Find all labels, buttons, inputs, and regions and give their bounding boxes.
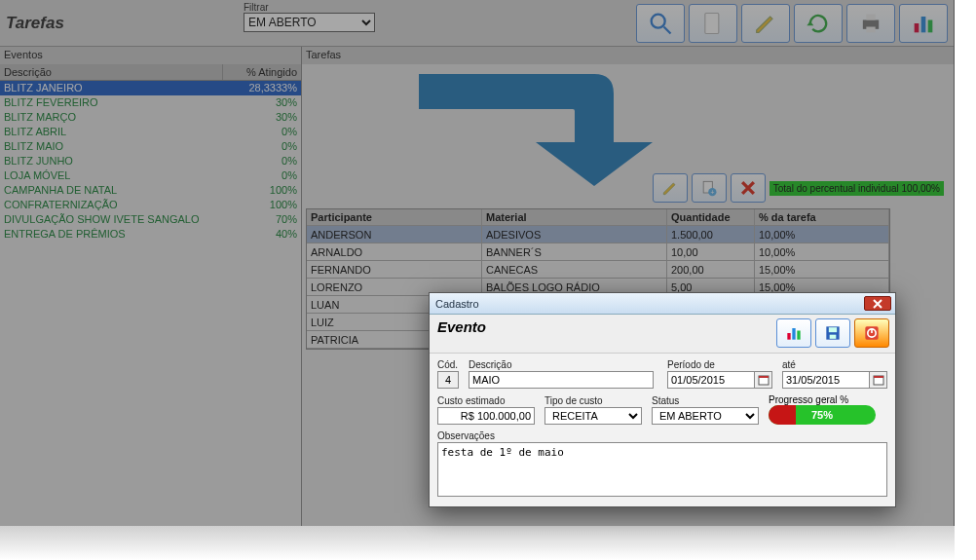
dialog-chart-button[interactable] — [776, 318, 811, 348]
total-badge: Total do percentual individual 100,00% — [770, 181, 944, 196]
svg-text:+: + — [710, 189, 714, 196]
events-list[interactable]: BLITZ JANEIRO28,3333%BLITZ FEVEREIRO30%B… — [0, 81, 301, 526]
calendar-icon[interactable] — [755, 371, 772, 389]
task-copy-button[interactable]: + — [692, 173, 727, 203]
event-desc: CONFRATERNIZAÇÃO — [0, 198, 223, 212]
svg-rect-14 — [792, 328, 795, 340]
svg-rect-6 — [866, 27, 875, 33]
refresh-button[interactable] — [794, 4, 843, 43]
event-desc: BLITZ JANEIRO — [0, 81, 223, 95]
col-quantidade[interactable]: Quantidade — [667, 209, 755, 226]
event-desc: CAMPANHA DE NATAL — [0, 183, 223, 198]
chart-button[interactable] — [899, 4, 948, 43]
pencil-icon — [660, 178, 680, 198]
periodo-de-input[interactable] — [667, 371, 755, 389]
bar-chart-icon — [910, 10, 937, 37]
cell-material: CANECAS — [482, 261, 667, 279]
obs-textarea[interactable]: festa de 1º de maio — [437, 442, 887, 497]
cell-participante: FERNANDO — [307, 261, 482, 279]
event-row[interactable]: BLITZ MARÇO30% — [0, 110, 301, 125]
table-row[interactable]: ARNALDOBANNER´S10,0010,00% — [307, 243, 889, 261]
cell-material: ADESIVOS — [482, 226, 667, 243]
event-pct: 0% — [223, 139, 301, 154]
event-desc: BLITZ JUNHO — [0, 154, 223, 168]
edit-button[interactable] — [741, 4, 790, 43]
event-row[interactable]: BLITZ ABRIL0% — [0, 125, 301, 139]
events-col-descricao[interactable]: Descrição — [0, 64, 223, 80]
print-button[interactable] — [846, 4, 895, 43]
printer-icon — [857, 10, 884, 37]
col-participante[interactable]: Participante — [307, 209, 482, 226]
table-row[interactable]: FERNANDOCANECAS200,0015,00% — [307, 261, 889, 279]
svg-rect-7 — [915, 23, 920, 32]
section-row: Eventos Tarefas — [0, 47, 954, 64]
tipo-label: Tipo de custo — [544, 395, 642, 406]
dialog-save-button[interactable] — [815, 318, 850, 348]
field-progresso: Progresso geral % 75% — [769, 394, 876, 425]
tasks-toolbar: + Total do percentual individual 100,00% — [653, 173, 944, 203]
event-row[interactable]: BLITZ JANEIRO28,3333% — [0, 81, 301, 95]
field-observacoes: Observações festa de 1º de maio — [437, 430, 887, 497]
floppy-icon — [823, 323, 843, 343]
dialog-toolbar — [776, 318, 889, 348]
field-ate: até — [782, 359, 887, 389]
dialog-close-button[interactable] — [864, 296, 891, 311]
svg-rect-25 — [874, 376, 883, 378]
task-edit-button[interactable] — [653, 173, 688, 203]
svg-rect-23 — [759, 376, 769, 378]
event-row[interactable]: BLITZ MAIO0% — [0, 139, 301, 154]
svg-rect-8 — [921, 17, 926, 32]
col-material[interactable]: Material — [482, 209, 667, 226]
status-label: Status — [652, 395, 759, 406]
event-row[interactable]: LOJA MÓVEL0% — [0, 168, 301, 183]
descricao-input[interactable] — [469, 371, 654, 389]
event-row[interactable]: DIVULGAÇÃO SHOW IVETE SANGALO70% — [0, 212, 301, 227]
cadastro-dialog: Cadastro Evento Cód. 4 Descrição — [429, 292, 896, 507]
svg-rect-17 — [829, 327, 837, 332]
event-row[interactable]: BLITZ JUNHO0% — [0, 154, 301, 168]
section-tarefas-label: Tarefas — [302, 47, 954, 64]
event-row[interactable]: ENTREGA DE PRÊMIOS40% — [0, 227, 301, 242]
dialog-subtitle: Evento — [437, 318, 486, 335]
dialog-subheader: Evento — [430, 315, 895, 354]
custo-input[interactable] — [437, 407, 535, 425]
reflection — [0, 526, 955, 560]
tipo-select[interactable]: RECEITA — [544, 407, 642, 425]
event-pct: 0% — [223, 168, 301, 183]
event-desc: BLITZ MAIO — [0, 139, 223, 154]
search-button[interactable] — [636, 4, 685, 43]
task-delete-button[interactable] — [731, 173, 766, 203]
event-row[interactable]: CONFRATERNIZAÇÃO100% — [0, 198, 301, 212]
cell-participante: ARNALDO — [307, 243, 482, 261]
main-toolbar — [636, 4, 948, 43]
cell-quantidade: 200,00 — [667, 261, 755, 279]
dialog-titlebar[interactable]: Cadastro — [430, 293, 895, 315]
new-button[interactable] — [689, 4, 737, 43]
svg-rect-9 — [928, 20, 933, 33]
calendar-icon[interactable] — [870, 371, 887, 389]
event-row[interactable]: BLITZ FEVEREIRO30% — [0, 95, 301, 110]
cod-value: 4 — [437, 371, 459, 389]
status-select[interactable]: EM ABERTO — [652, 407, 759, 425]
event-desc: DIVULGAÇÃO SHOW IVETE SANGALO — [0, 212, 223, 227]
cod-label: Cód. — [437, 359, 459, 370]
page-icon — [699, 10, 727, 37]
header-bar: Tarefas Filtrar EM ABERTO — [0, 0, 954, 47]
filter-select[interactable]: EM ABERTO — [244, 13, 375, 32]
ate-label: até — [782, 359, 887, 370]
event-row[interactable]: CAMPANHA DE NATAL100% — [0, 183, 301, 198]
event-pct: 70% — [223, 212, 301, 227]
events-col-pct[interactable]: % Atingido — [223, 64, 301, 80]
page-plus-icon: + — [699, 178, 719, 198]
progress-value: 75% — [769, 405, 876, 425]
ate-input[interactable] — [782, 371, 870, 389]
arrow-graphic — [419, 64, 672, 191]
table-row[interactable]: ANDERSONADESIVOS1.500,0010,00% — [307, 226, 889, 243]
dialog-power-button[interactable] — [854, 318, 889, 348]
search-icon — [647, 10, 674, 37]
col-pct-tarefa[interactable]: % da tarefa — [755, 209, 889, 226]
cell-quantidade: 10,00 — [667, 243, 755, 261]
event-pct: 30% — [223, 95, 301, 110]
svg-line-1 — [664, 27, 671, 34]
svg-rect-13 — [787, 333, 790, 340]
